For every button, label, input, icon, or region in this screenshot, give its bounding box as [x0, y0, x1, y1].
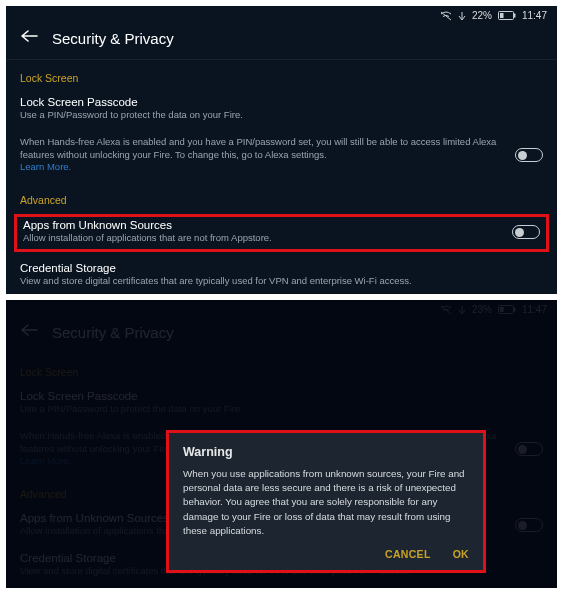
ok-button[interactable]: OK [453, 548, 469, 560]
unknown-sources-toggle [515, 518, 543, 532]
header: Security & Privacy [6, 317, 557, 354]
warning-dialog-highlight: Warning When you use applications from u… [166, 430, 486, 573]
battery-percent: 22% [472, 10, 492, 21]
back-icon [20, 323, 38, 341]
back-icon[interactable] [20, 29, 38, 47]
wifi-off-icon [440, 305, 452, 315]
alexa-toggle[interactable] [515, 148, 543, 162]
row-sub: Allow installation of applications that … [23, 232, 512, 245]
row-sub: View and store digital certificates that… [20, 275, 543, 288]
learn-more-link[interactable]: Learn More. [20, 161, 71, 172]
unknown-sources-toggle[interactable] [512, 225, 540, 239]
page-title: Security & Privacy [52, 324, 174, 341]
status-bar: 23% 11:47 [6, 300, 557, 317]
dialog-actions: CANCEL OK [183, 548, 469, 560]
down-icon [458, 11, 466, 21]
alexa-text: When Hands-free Alexa is enabled and you… [20, 136, 505, 174]
dialog-body: When you use applications from unknown s… [183, 467, 469, 538]
alexa-info-row: When Hands-free Alexa is enabled and you… [6, 130, 557, 182]
alexa-toggle [515, 442, 543, 456]
section-advanced-label: Advanced [6, 182, 557, 212]
row-title: Lock Screen Passcode [20, 96, 543, 108]
clock: 11:47 [522, 10, 547, 21]
svg-rect-4 [514, 308, 516, 312]
svg-rect-1 [514, 14, 516, 18]
settings-screen-with-dialog: 23% 11:47 Security & Privacy Lock Screen… [6, 300, 557, 588]
svg-rect-2 [500, 13, 504, 18]
status-bar: 22% 11:47 [6, 6, 557, 23]
svg-rect-5 [500, 307, 504, 312]
warning-dialog: Warning When you use applications from u… [169, 433, 483, 570]
battery-icon [498, 305, 516, 314]
settings-screen: 22% 11:47 Security & Privacy Lock Screen… [6, 6, 557, 294]
learn-more-link: Learn More. [20, 455, 71, 466]
wifi-off-icon [440, 11, 452, 21]
lockscreen-passcode-row[interactable]: Lock Screen Passcode Use a PIN/Password … [6, 90, 557, 130]
battery-icon [498, 11, 516, 20]
battery-percent: 23% [472, 304, 492, 315]
clock: 11:47 [522, 304, 547, 315]
down-icon [458, 305, 466, 315]
alexa-text-body: When Hands-free Alexa is enabled and you… [20, 136, 496, 160]
row-title: Apps from Unknown Sources [23, 219, 512, 231]
cancel-button[interactable]: CANCEL [385, 548, 431, 560]
unknown-sources-highlight: Apps from Unknown Sources Allow installa… [14, 214, 549, 252]
credential-storage-row[interactable]: Credential Storage View and store digita… [6, 256, 557, 294]
section-lockscreen-label: Lock Screen [6, 60, 557, 90]
section-lockscreen-label: Lock Screen [6, 354, 557, 384]
row-title: Lock Screen Passcode [20, 390, 543, 402]
row-sub: Use a PIN/Password to protect the data o… [20, 403, 543, 416]
header: Security & Privacy [6, 23, 557, 60]
row-sub: Use a PIN/Password to protect the data o… [20, 109, 543, 122]
dialog-title: Warning [183, 445, 469, 459]
lockscreen-passcode-row: Lock Screen Passcode Use a PIN/Password … [6, 384, 557, 424]
page-title: Security & Privacy [52, 30, 174, 47]
row-title: Credential Storage [20, 262, 543, 274]
